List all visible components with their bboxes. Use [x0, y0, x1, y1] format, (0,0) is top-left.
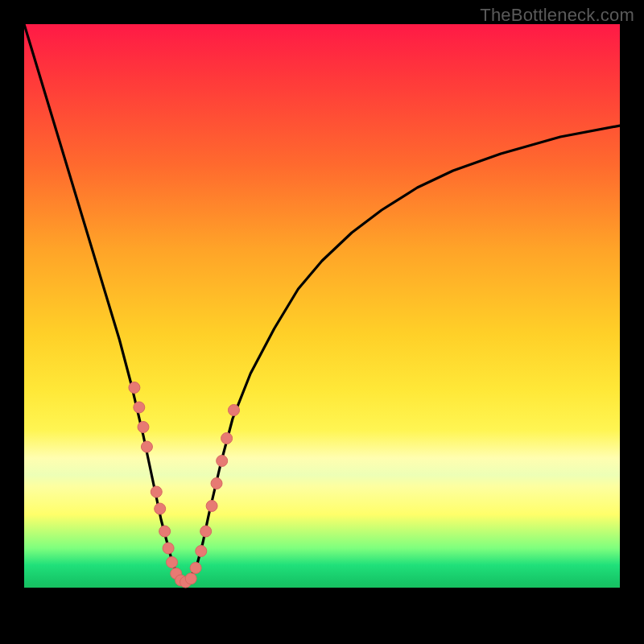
- frame: TheBottleneck.com: [0, 0, 644, 644]
- watermark-text: TheBottleneck.com: [480, 5, 634, 26]
- heat-gradient: [24, 24, 620, 588]
- plot-area: [24, 24, 620, 620]
